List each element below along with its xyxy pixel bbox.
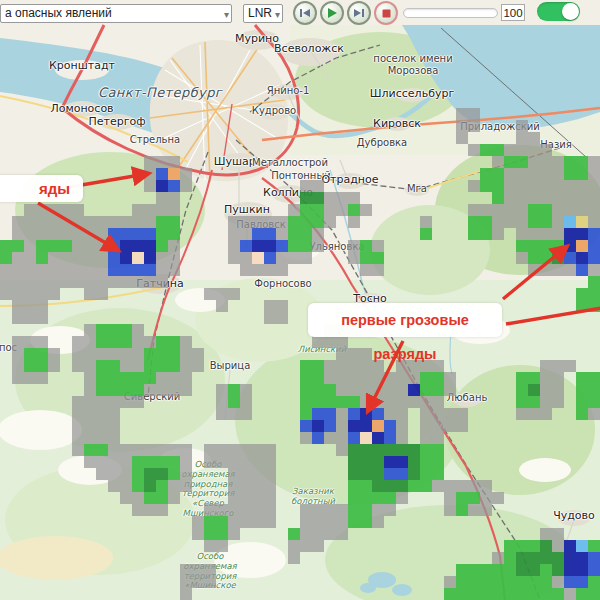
map-canvas[interactable]: [0, 0, 600, 600]
layer-select-value: а опасных явлений: [5, 6, 112, 20]
radar-toggle[interactable]: [537, 2, 580, 21]
stop-button[interactable]: [374, 1, 398, 25]
mode-select[interactable]: LNR ▾: [243, 4, 283, 23]
toolbar: а опасных явлений ▾ LNR ▾: [0, 0, 600, 26]
chevron-down-icon: ▾: [224, 6, 229, 23]
toggle-knob: [562, 3, 579, 20]
skip-end-button[interactable]: [347, 1, 371, 25]
play-icon: [326, 7, 338, 19]
skip-start-button[interactable]: [293, 1, 317, 25]
opacity-value: 100: [501, 4, 525, 21]
skip-start-icon: [299, 7, 311, 19]
mode-select-value: LNR: [248, 6, 272, 20]
chevron-down-icon: ▾: [275, 6, 280, 23]
skip-end-icon: [353, 7, 365, 19]
time-slider[interactable]: [403, 8, 498, 18]
play-button[interactable]: [320, 1, 344, 25]
layer-select[interactable]: а опасных явлений ▾: [0, 4, 232, 23]
farmland-patch: [0, 536, 113, 580]
stop-icon: [381, 8, 392, 19]
weather-radar-app: КронштадтСанкт-ПетербургЛомоносовПетерго…: [0, 0, 600, 600]
